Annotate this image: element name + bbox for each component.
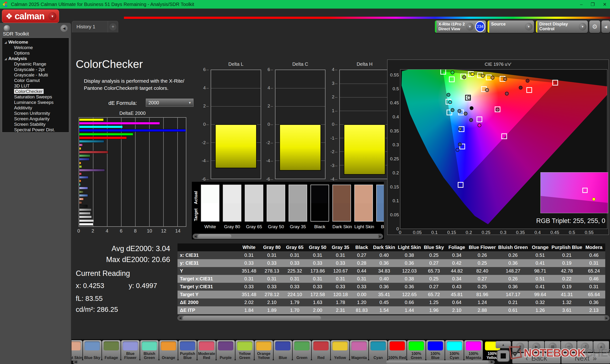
patch-button-100-red[interactable]: 100% Red xyxy=(388,340,406,361)
settings-button[interactable]: ⚙ xyxy=(589,21,600,33)
patch-button-light-skin[interactable]: Light Skin xyxy=(71,340,82,361)
scroll-right-icon[interactable]: ▶ xyxy=(605,316,609,320)
patch-button-magenta[interactable]: Magenta xyxy=(350,340,368,361)
patch-button-green[interactable]: Green xyxy=(293,340,311,361)
deltae-bar-magenta xyxy=(79,144,83,146)
close-icon[interactable]: ✕ xyxy=(603,2,607,7)
panel-expand-button[interactable]: ▲ xyxy=(496,341,511,348)
patch-button-cyan[interactable]: Cyan xyxy=(369,340,388,361)
table-row: y: CIE310.330.330.330.330.330.280.360.36… xyxy=(178,259,605,267)
table-scrollbar[interactable]: ◀ ▶ xyxy=(178,315,609,321)
panel-collapse-button[interactable]: ◀ xyxy=(601,21,610,33)
patch-scrollbar-thumb[interactable] xyxy=(386,360,489,364)
sidebar-item-spectral-power-dist-[interactable]: Spectral Power Dist. xyxy=(2,127,69,132)
swatch-scrollbar[interactable]: ◀ ▶ xyxy=(193,234,383,239)
patch-button-blue[interactable]: Blue xyxy=(273,340,292,361)
sidebar-item-screen-angularity[interactable]: Screen Angularity xyxy=(2,116,69,121)
scroll-right-icon[interactable]: ▶ xyxy=(378,234,382,238)
swatch-comparison-panel: Actual Target WhiteGray 80Gray 65Gray 50… xyxy=(192,182,384,239)
patch-color xyxy=(447,341,462,351)
sidebar-item-welcome[interactable]: ◢Welcome xyxy=(2,39,69,45)
table-cell: 0.51 xyxy=(529,275,551,283)
patch-button-100-magenta[interactable]: 100% Magenta xyxy=(464,340,483,361)
swatch-scrollbar-thumb[interactable] xyxy=(198,234,231,238)
tree-collapse-icon[interactable]: ◢ xyxy=(4,40,7,45)
scroll-right-icon[interactable]: ▶ xyxy=(490,360,494,364)
table-cell: 41.31 xyxy=(551,291,583,299)
patch-button-label: Orange Yellow xyxy=(255,351,273,360)
sidebar-item-colorchecker[interactable]: ColorChecker xyxy=(2,89,69,94)
next-button[interactable]: Next » xyxy=(561,353,610,364)
sidebar-item-grayscale-multi[interactable]: Grayscale - Multi xyxy=(2,72,69,78)
pattern-window-button[interactable]: ▦ xyxy=(545,341,560,352)
patch-button-100-cyan[interactable]: 100% Cyan xyxy=(445,340,464,361)
display-control-dropdown[interactable]: Direct Display Control ▼ xyxy=(536,21,588,33)
sidebar-item-3d-lut[interactable]: 3D LUT xyxy=(2,83,69,89)
patch-button-purplish-blue[interactable]: Purplish Blue xyxy=(178,340,197,361)
patch-button-blue-sky[interactable]: Blue Sky xyxy=(83,340,102,361)
calman-menu-chevron-icon[interactable]: ▼ xyxy=(48,12,56,20)
table-row: ΔE ITP1.841.891.702.002.3181.831.541.441… xyxy=(178,306,605,314)
delta-l-title: Delta L xyxy=(211,62,261,67)
table-cell: 0.44 xyxy=(352,267,372,275)
sidebar-item-saturation-sweeps[interactable]: Saturation Sweeps xyxy=(2,94,69,100)
patch-scrollbar[interactable]: ◀ ▶ xyxy=(73,360,495,364)
maximize-icon[interactable]: ❐ xyxy=(591,2,595,7)
patch-button-orange[interactable]: Orange xyxy=(159,340,178,361)
sidebar-collapse-button[interactable]: ◀ xyxy=(61,25,68,32)
sidebar-item-label: Screen Stability xyxy=(14,122,46,127)
expand-button[interactable]: ▲ xyxy=(593,341,609,352)
patch-button-foliage[interactable]: Foliage xyxy=(102,340,121,361)
sidebar-item-screen-uniformity[interactable]: Screen Uniformity xyxy=(2,111,69,116)
swatch-target xyxy=(201,203,219,221)
sidebar-item-screen-stability[interactable]: Screen Stability xyxy=(2,121,69,127)
patch-button-yellow-green[interactable]: Yellow Green xyxy=(235,340,254,361)
scroll-left-icon[interactable]: ◀ xyxy=(178,316,182,320)
table-row-label: x: CIE31 xyxy=(178,251,238,259)
back-button[interactable]: ‹ Back xyxy=(512,353,560,364)
refresh-button[interactable]: ↺ xyxy=(577,341,593,352)
table-cell: 0.00 xyxy=(352,291,372,299)
sidebar-item-welcome[interactable]: Welcome xyxy=(2,45,69,50)
minimize-icon[interactable]: – xyxy=(580,2,583,7)
patch-button-bluish-green[interactable]: Bluish Green xyxy=(140,340,159,361)
sidebar-item-additivity[interactable]: Additivity xyxy=(2,105,69,111)
patch-button-moderate-red[interactable]: Moderate Red xyxy=(197,340,216,361)
sidebar-item-dynamic-range[interactable]: Dynamic Range xyxy=(2,61,69,67)
deltae-bar-gray-65 xyxy=(79,216,92,218)
sidebar-item-options[interactable]: Options xyxy=(2,50,69,56)
add-tab-button[interactable]: + xyxy=(108,21,118,32)
blank-pattern-button[interactable] xyxy=(497,350,510,362)
sidebar-item-color-gamut[interactable]: Color Gamut xyxy=(2,78,69,83)
sidebar-item-luminance-sweeps[interactable]: Luminance Sweeps xyxy=(2,100,69,105)
patch-button-100-green[interactable]: 100% Green xyxy=(407,340,426,361)
tab-history-1[interactable]: History 1 xyxy=(72,21,108,32)
patch-button-orange-yellow[interactable]: Orange Yellow xyxy=(255,340,273,361)
scroll-left-icon[interactable]: ◀ xyxy=(193,234,197,238)
de-formula-select[interactable]: 2000 ▼ xyxy=(146,99,194,107)
play-button[interactable]: ▶ xyxy=(529,341,544,352)
table-cell: 3.61 xyxy=(551,306,583,314)
patch-button-yellow[interactable]: Yellow xyxy=(331,340,349,361)
stop-button[interactable]: ■ xyxy=(512,341,528,352)
patch-button-purple[interactable]: Purple xyxy=(216,340,235,361)
source-dropdown[interactable]: Source ▼ xyxy=(488,21,534,33)
swatch-label: Black xyxy=(311,224,329,229)
meter-dropdown[interactable]: X-Rite i1Pro 2 Direct View ▼ 234 xyxy=(435,21,486,33)
patch-button-blue-flower[interactable]: Blue Flower xyxy=(121,340,140,361)
sidebar-item-analysis[interactable]: ◢Analysis xyxy=(2,56,69,61)
table-scrollbar-thumb[interactable] xyxy=(183,316,321,320)
patch-button-red[interactable]: Red xyxy=(312,340,330,361)
delta-c-title: Delta C xyxy=(275,62,325,67)
calman-menu-button[interactable]: ❖ calman ▼ xyxy=(2,10,59,23)
gauge-tick: 4 xyxy=(264,85,273,91)
table-cell: 1.44 xyxy=(397,306,422,314)
scroll-left-icon[interactable]: ◀ xyxy=(73,360,78,364)
tree-collapse-icon[interactable]: ◢ xyxy=(4,56,7,62)
table-cell: 0.43 xyxy=(446,283,468,291)
display-control-status-stripe xyxy=(536,21,537,33)
patch-button-100-blue[interactable]: 100% Blue xyxy=(426,340,445,361)
loop-button[interactable]: ∞ xyxy=(561,341,577,352)
sidebar-item-grayscale-2pt[interactable]: Grayscale - 2pt xyxy=(2,67,69,72)
swatch-label: Gray 80 xyxy=(223,224,241,229)
